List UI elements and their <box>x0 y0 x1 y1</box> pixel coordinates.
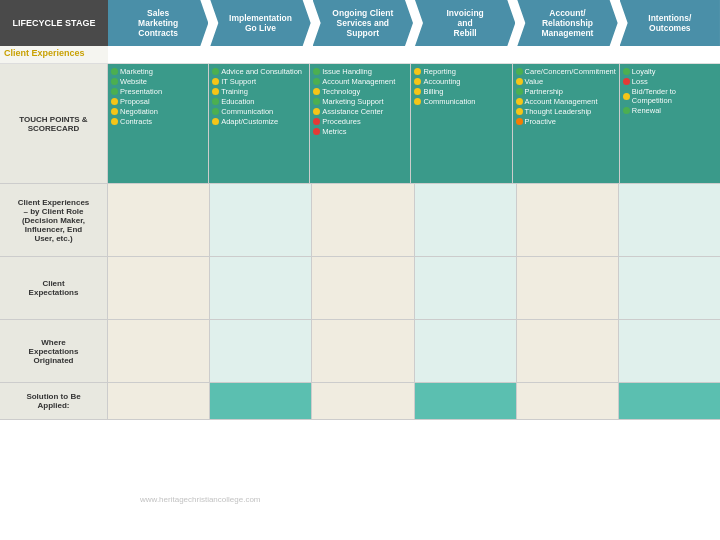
stage-ongoing: Ongoing Client Services and Support <box>313 0 413 46</box>
lifecycle-label: LIFECYCLE STAGE <box>0 0 108 46</box>
touch-points-cells: MarketingWebsitePresentationProposalNego… <box>108 64 720 183</box>
dot-yellow <box>414 68 421 75</box>
touch-point-item: Communication <box>212 107 306 116</box>
touch-point-item: Negotiation <box>111 107 205 116</box>
touch-point-label: Advice and Consultation <box>221 67 302 76</box>
dot-green <box>516 68 523 75</box>
client-exp-cell-5 <box>619 184 720 256</box>
dot-yellow <box>623 93 630 100</box>
where-expectations-cell-2 <box>312 320 414 382</box>
dot-yellow <box>414 88 421 95</box>
touch-points-label: TOUCH POINTS & SCORECARD <box>0 64 108 183</box>
client-experiences-header: Client Experiences <box>0 46 720 64</box>
touch-point-label: Negotiation <box>120 107 158 116</box>
touch-point-item: Renewal <box>623 106 717 115</box>
client-exp-role-row: Client Experiences – by Client Role (Dec… <box>0 184 720 257</box>
touch-point-item: Contracts <box>111 117 205 126</box>
client-exp-cell-3 <box>415 184 517 256</box>
touch-point-item: Loss <box>623 77 717 86</box>
dot-red <box>623 78 630 85</box>
touch-point-item: Account Management <box>516 97 616 106</box>
dot-yellow <box>111 108 118 115</box>
solution-cell-1 <box>210 383 312 419</box>
dot-yellow <box>516 98 523 105</box>
solution-cells <box>108 383 720 419</box>
stage-sales: Sales Marketing Contracts <box>108 0 208 46</box>
touch-point-item: Value <box>516 77 616 86</box>
touch-point-item: Accounting <box>414 77 508 86</box>
dot-green <box>313 68 320 75</box>
dot-orange <box>516 118 523 125</box>
solution-cell-5 <box>619 383 720 419</box>
touch-point-label: Training <box>221 87 248 96</box>
dot-yellow <box>414 98 421 105</box>
touch-point-item: Assistance Center <box>313 107 407 116</box>
touch-point-item: Procedures <box>313 117 407 126</box>
solution-cell-2 <box>312 383 414 419</box>
touch-point-item: IT Support <box>212 77 306 86</box>
dot-green <box>313 78 320 85</box>
client-exp-role-cells <box>108 184 720 256</box>
client-expectations-row: Client Expectations <box>0 257 720 320</box>
touch-point-label: Assistance Center <box>322 107 383 116</box>
touch-point-label: Contracts <box>120 117 152 126</box>
touch-point-label: Proactive <box>525 117 556 126</box>
touch-point-item: Proposal <box>111 97 205 106</box>
client-expectations-cell-5 <box>619 257 720 319</box>
client-exp-cell-0 <box>108 184 210 256</box>
touch-point-label: Proposal <box>120 97 150 106</box>
solution-row: Solution to Be Applied: <box>0 383 720 420</box>
where-expectations-cell-4 <box>517 320 619 382</box>
touch-point-label: Bid/Tender to Competition <box>632 87 717 105</box>
client-expectations-cell-2 <box>312 257 414 319</box>
touch-point-label: Billing <box>423 87 443 96</box>
client-exp-cell-2 <box>312 184 414 256</box>
client-expectations-cells <box>108 257 720 319</box>
touch-point-label: Procedures <box>322 117 360 126</box>
dot-yellow <box>111 98 118 105</box>
touch-point-label: Value <box>525 77 544 86</box>
dot-red <box>313 128 320 135</box>
touch-point-label: Accounting <box>423 77 460 86</box>
where-expectations-label: Where Expectations Originated <box>0 320 108 382</box>
where-expectations-cell-5 <box>619 320 720 382</box>
stage-intentions: Intentions/ Outcomes <box>620 0 720 46</box>
dot-red <box>313 118 320 125</box>
touch-point-label: Care/Concern/Commitment <box>525 67 616 76</box>
touch-points-cell-3: ReportingAccountingBillingCommunication <box>411 64 512 183</box>
touch-point-label: Loss <box>632 77 648 86</box>
touch-point-item: Communication <box>414 97 508 106</box>
dot-yellow <box>313 88 320 95</box>
where-expectations-cells <box>108 320 720 382</box>
where-expectations-cell-0 <box>108 320 210 382</box>
client-experiences-content <box>108 46 720 63</box>
solution-cell-4 <box>517 383 619 419</box>
stage-implementation: Implementation Go Live <box>210 0 310 46</box>
touch-points-cell-5: LoyaltyLossBid/Tender to CompetitionRene… <box>620 64 720 183</box>
client-exp-role-label: Client Experiences – by Client Role (Dec… <box>0 184 108 256</box>
main-container: LIFECYCLE STAGE Sales Marketing Contract… <box>0 0 720 540</box>
touch-point-item: Proactive <box>516 117 616 126</box>
touch-point-label: IT Support <box>221 77 256 86</box>
dot-green <box>623 107 630 114</box>
touch-point-item: Education <box>212 97 306 106</box>
dot-green <box>212 98 219 105</box>
touch-point-item: Care/Concern/Commitment <box>516 67 616 76</box>
client-exp-cell-1 <box>210 184 312 256</box>
touch-point-item: Thought Leadership <box>516 107 616 116</box>
dot-green <box>516 88 523 95</box>
touch-point-label: Reporting <box>423 67 456 76</box>
touch-point-label: Account Management <box>322 77 395 86</box>
where-expectations-cell-1 <box>210 320 312 382</box>
solution-cell-3 <box>415 383 517 419</box>
stage-account: Account/ Relationship Management <box>517 0 617 46</box>
dot-yellow <box>414 78 421 85</box>
client-expectations-cell-0 <box>108 257 210 319</box>
client-expectations-cell-3 <box>415 257 517 319</box>
dot-green <box>623 68 630 75</box>
dot-yellow <box>212 78 219 85</box>
client-expectations-label: Client Expectations <box>0 257 108 319</box>
dot-green <box>313 98 320 105</box>
touch-point-label: Adapt/Customize <box>221 117 278 126</box>
header-row: LIFECYCLE STAGE Sales Marketing Contract… <box>0 0 720 46</box>
